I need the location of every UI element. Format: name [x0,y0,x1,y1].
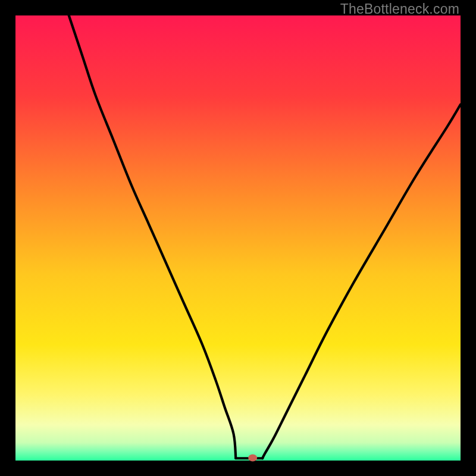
curve-svg [15,15,461,461]
bottleneck-marker [248,455,257,462]
curve-left-branch [69,15,236,458]
plot-area [15,15,461,461]
chart-frame: TheBottleneck.com [0,0,476,476]
curve-right-branch [262,105,461,459]
watermark-text: TheBottleneck.com [340,1,459,17]
